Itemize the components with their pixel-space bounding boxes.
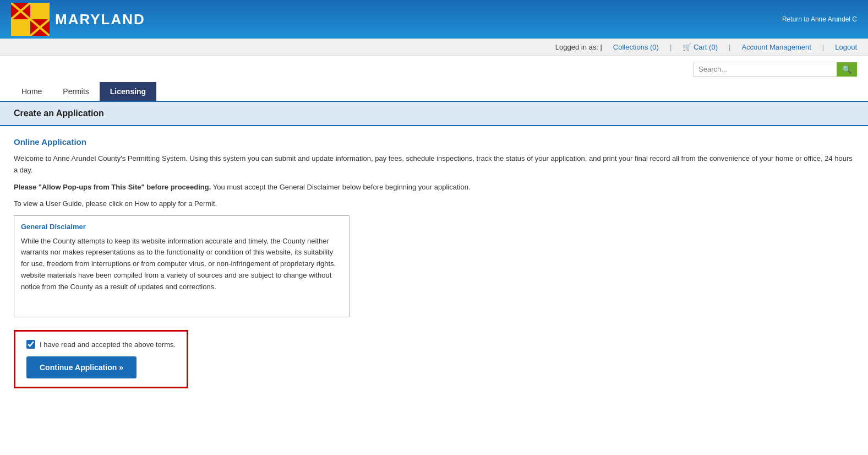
popup-notice-bold: Please "Allow Pop-ups from This Site" be… — [14, 183, 211, 191]
tab-bar: Home Permits Licensing — [0, 82, 868, 102]
accept-label[interactable]: I have read and accepted the above terms… — [26, 340, 176, 349]
search-input-wrap: 🔍 — [694, 62, 857, 77]
disclaimer-body: While the County attempts to keep its we… — [21, 236, 342, 293]
return-link-area[interactable]: Return to Anne Arundel C — [782, 15, 857, 23]
tab-licensing[interactable]: Licensing — [100, 82, 156, 101]
accept-text: I have read and accepted the above terms… — [40, 340, 176, 349]
search-icon: 🔍 — [842, 65, 851, 74]
collections-link[interactable]: Collections (0) — [613, 43, 659, 51]
maryland-logo — [11, 3, 50, 36]
tab-permits[interactable]: Permits — [52, 82, 99, 101]
logged-in-label: Logged in as: | — [555, 43, 602, 51]
tab-home[interactable]: Home — [11, 82, 52, 101]
user-guide-text: To view a User Guide, please click on Ho… — [14, 198, 854, 210]
popup-notice: Please "Allow Pop-ups from This Site" be… — [14, 182, 854, 193]
state-title: MARYLAND — [55, 11, 145, 28]
search-input[interactable] — [694, 62, 837, 77]
svg-rect-2 — [11, 19, 30, 36]
search-button[interactable]: 🔍 — [837, 62, 857, 77]
accept-area: I have read and accepted the above terms… — [14, 330, 188, 388]
logout-link[interactable]: Logout — [835, 43, 857, 51]
accept-checkbox[interactable] — [26, 340, 35, 349]
return-link[interactable]: Return to Anne Arundel C — [782, 15, 857, 23]
continue-application-button[interactable]: Continue Application » — [26, 356, 137, 378]
cart-link[interactable]: 🛒 Cart (0) — [683, 43, 718, 51]
disclaimer-box[interactable]: General Disclaimer While the County atte… — [14, 215, 350, 317]
page-title: Create an Application — [14, 109, 854, 118]
logo-area: MARYLAND — [11, 3, 145, 36]
search-bar: 🔍 — [0, 56, 868, 82]
nav-bar: Logged in as: | Collections (0) | 🛒 Cart… — [0, 39, 868, 56]
intro-text: Welcome to Anne Arundel County's Permitt… — [14, 153, 854, 176]
account-management-link[interactable]: Account Management — [741, 43, 811, 51]
popup-notice-rest: You must accept the General Disclaimer b… — [213, 183, 471, 191]
svg-rect-1 — [30, 3, 50, 19]
main-content: Online Application Welcome to Anne Arund… — [0, 126, 868, 399]
header: MARYLAND Return to Anne Arundel C — [0, 0, 868, 39]
page-title-bar: Create an Application — [0, 102, 868, 126]
disclaimer-title: General Disclaimer — [21, 221, 342, 232]
section-title: Online Application — [14, 137, 854, 147]
